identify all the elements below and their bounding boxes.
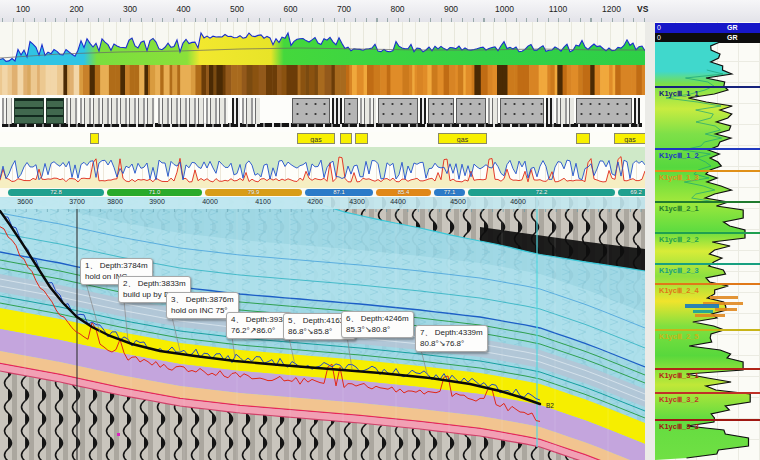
track-resistivity-image[interactable]	[0, 65, 645, 95]
marker-line-K1ycⅢ_2_4[interactable]	[655, 283, 760, 285]
lithology-block	[232, 98, 240, 124]
annotation-depth-text: 3、 Depth:3876m	[171, 294, 234, 305]
marker-label-K1ycⅢ_2_5: K1ycⅢ_2_5	[659, 332, 699, 341]
md-depth-tick-4600: 4600	[510, 198, 526, 205]
lithology-block	[556, 98, 574, 124]
lithology-block	[46, 98, 64, 124]
target-label-b2: B2	[546, 402, 554, 409]
gr-vs-curve-svg	[0, 22, 645, 65]
marker-line-K1ycⅢ_2_3[interactable]	[655, 263, 760, 265]
ruler-tick-400: 400	[176, 4, 190, 14]
lithology-block	[332, 98, 342, 124]
marker-line-K1ycⅢ_2_1[interactable]	[655, 201, 760, 203]
ruler-tick-600: 600	[283, 4, 297, 14]
annotation-depth-text: 2、 Depth:3833m	[123, 278, 186, 289]
lithology-block	[420, 98, 426, 124]
marker-line-K1ycⅢ_3_1[interactable]	[655, 368, 760, 370]
marker-line-K1ycⅢ_3_3[interactable]	[655, 419, 760, 421]
md-depth-tick-4000: 4000	[202, 198, 218, 205]
ruler-tick-1200: 1200	[602, 4, 621, 14]
resistivity-image-svg	[0, 65, 645, 95]
track-curve-comparison[interactable]	[0, 147, 645, 188]
ruler-tick-100: 100	[16, 4, 30, 14]
md-depth-tick-4300: 4300	[349, 198, 365, 205]
md-depth-tick-3900: 3900	[149, 198, 165, 205]
gr-scale-min-1: 0	[657, 23, 661, 33]
segment-value-pill[interactable]: 85.4	[376, 189, 431, 196]
annotation-depth-text: 6、 Depth:4246m	[346, 313, 409, 324]
panel-divider	[645, 22, 655, 460]
geosteering-app-window: VS 1002003004005006007008009001000110012…	[0, 0, 760, 460]
track-gr-vs-curve[interactable]	[0, 22, 645, 65]
track-gas-shows[interactable]: gasgasgas	[0, 132, 645, 147]
md-depth-tick-3800: 3800	[107, 198, 123, 205]
lithology-block	[292, 98, 330, 124]
marker-line-K1ycⅢ_2_5[interactable]	[655, 329, 760, 331]
well-log-tracks: gasgasgas 72.871.079.987.185.477.172.269…	[0, 22, 645, 197]
segment-value-pill[interactable]: 77.1	[434, 189, 465, 196]
marker-label-K1ycⅢ_2_2: K1ycⅢ_2_2	[659, 235, 699, 244]
md-depth-tick-4500: 4500	[450, 198, 466, 205]
ruler-tick-300: 300	[123, 4, 137, 14]
annotation-action-text: 80.8°↘76.8°	[420, 338, 483, 349]
drilling-annotation-6[interactable]: 6、 Depth:4246m85.3°↘80.8°	[341, 311, 414, 338]
annotation-depth-text: 4、 Depth:3933	[231, 314, 287, 325]
ruler-tick-200: 200	[69, 4, 83, 14]
annotation-action-text: 85.3°↘80.8°	[346, 324, 409, 335]
marker-label-K1ycⅢ_1_2: K1ycⅢ_1_2	[659, 151, 699, 160]
gas-show-tag: gas	[297, 133, 335, 144]
marker-label-K1ycⅢ_2_1: K1ycⅢ_2_1	[659, 204, 699, 213]
ruler-tick-700: 700	[337, 4, 351, 14]
lithology-block	[66, 98, 78, 124]
marker-label-K1ycⅢ_1_1: K1ycⅢ_1_1	[659, 89, 699, 98]
md-depth-tick-4100: 4100	[255, 198, 271, 205]
drilling-annotation-7[interactable]: 7、 Depth:4339m80.8°↘76.8°	[415, 325, 488, 352]
track-lithology-column[interactable]	[0, 95, 645, 132]
marker-line-K1ycⅢ_1_2[interactable]	[655, 148, 760, 150]
ruler-tick-800: 800	[390, 4, 404, 14]
lithology-block	[576, 98, 632, 124]
lithology-block	[456, 98, 486, 124]
gas-show-tag	[355, 133, 368, 144]
segment-value-pill[interactable]: 72.2	[468, 189, 615, 196]
annotation-action-text: 76.2°↗86.0°	[231, 325, 287, 336]
annotation-depth-text: 7、 Depth:4339m	[420, 327, 483, 338]
vs-distance-ruler[interactable]: VS 1002003004005006007008009001000110012…	[0, 0, 760, 23]
seismic-section-view[interactable]: B236003700380039004000410042004300440045…	[0, 197, 645, 460]
lithology-block	[2, 98, 12, 124]
lithology-block	[14, 98, 44, 124]
md-depth-tick-4200: 4200	[307, 198, 323, 205]
md-depth-tick-3700: 3700	[69, 198, 85, 205]
lithology-block	[378, 98, 418, 124]
lithology-block	[206, 98, 228, 124]
lithology-block	[360, 98, 376, 124]
lithology-block	[500, 98, 544, 124]
marker-line-K1ycⅢ_3_2[interactable]	[655, 392, 760, 394]
marker-label-K1ycⅢ_3_2: K1ycⅢ_3_2	[659, 395, 699, 404]
steering-segment-bar: 72.871.079.987.185.477.172.269.2	[0, 188, 645, 197]
marker-line-K1ycⅢ_1_3[interactable]	[655, 170, 760, 172]
lithology-block	[242, 98, 260, 124]
lithology-block	[158, 98, 204, 124]
gas-show-tag	[90, 133, 99, 144]
gas-show-tag	[576, 133, 590, 144]
annotation-action-text: hold on INC 75°	[171, 305, 234, 316]
lithology-block	[80, 98, 155, 124]
curve-comparison-svg	[0, 147, 645, 188]
segment-value-pill[interactable]: 87.1	[305, 189, 373, 196]
md-depth-tick-4400: 4400	[390, 198, 406, 205]
type-well-gr-panel[interactable]: 0 GR 0 GR K1ycⅢ_1_1K1ycⅢ_1_2K1ycⅢ_1_3K1y…	[655, 22, 760, 460]
segment-value-pill[interactable]: 71.0	[107, 189, 202, 196]
marker-line-K1ycⅢ_2_2[interactable]	[655, 232, 760, 234]
ruler-tick-900: 900	[444, 4, 458, 14]
ruler-tick-1000: 1000	[495, 4, 514, 14]
segment-value-pill[interactable]: 72.8	[8, 189, 104, 196]
lithology-block	[546, 98, 554, 124]
marker-line-K1ycⅢ_1_1[interactable]	[655, 86, 760, 88]
marker-label-K1ycⅢ_1_3: K1ycⅢ_1_3	[659, 173, 699, 182]
lithology-block	[344, 98, 358, 124]
gr-header-1: 0 GR	[655, 23, 760, 33]
marker-label-K1ycⅢ_2_4: K1ycⅢ_2_4	[659, 286, 699, 295]
lithology-block	[428, 98, 454, 124]
segment-value-pill[interactable]: 79.9	[205, 189, 302, 196]
